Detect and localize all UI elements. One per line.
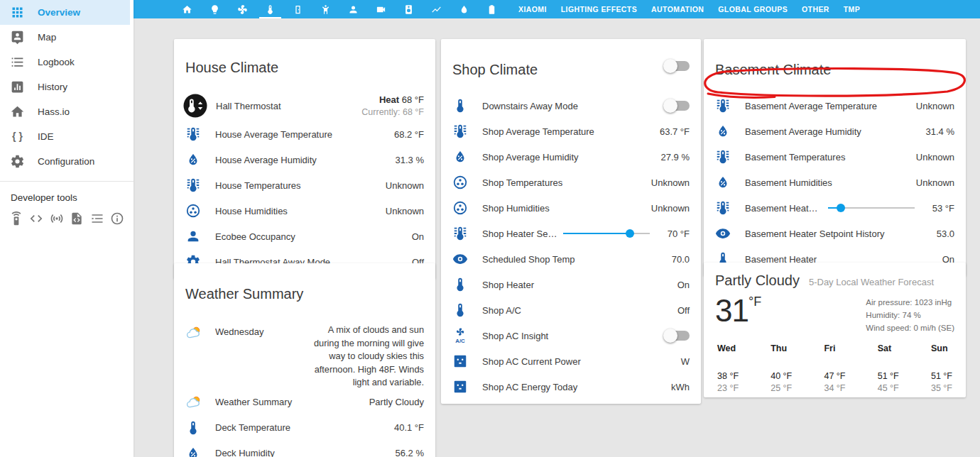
thermometer-icon — [452, 98, 468, 114]
entity-name: Shop Heater Setpoint — [482, 228, 557, 239]
entity-row[interactable]: A/CShop AC Insight — [441, 323, 701, 348]
sidebar-item-label: Overview — [38, 7, 80, 18]
topbar-tab-global-groups[interactable]: GLOBAL GROUPS — [711, 5, 795, 13]
sidebar-item-overview[interactable]: Overview — [0, 0, 130, 25]
topbar-tab-xiaomi[interactable]: XIAOMI — [511, 5, 554, 13]
shop-climate-group-toggle[interactable] — [665, 61, 690, 71]
states-icon[interactable] — [90, 211, 104, 226]
entity-state: 31.3 % — [396, 155, 424, 165]
water-percent-icon — [452, 149, 468, 165]
entity-state: 63.7 °F — [660, 126, 690, 137]
entity-row[interactable]: Basement Heater Setpoint53 °F — [704, 195, 966, 221]
entity-row[interactable]: Shop TemperaturesUnknown — [441, 170, 701, 195]
entity-row[interactable]: Shop Heater Setpoint70 °F — [441, 221, 701, 246]
topbar-tab-lightbulb[interactable] — [201, 0, 229, 18]
toggle-knob — [663, 329, 677, 343]
developer-tools-heading: Developer tools — [0, 182, 134, 211]
sidebar-item-hass-io[interactable]: Hass.io — [0, 99, 134, 124]
entity-row[interactable]: House HumiditiesUnknown — [174, 198, 435, 224]
topbar-tab-home[interactable] — [173, 0, 201, 18]
value-slider[interactable] — [828, 203, 915, 213]
forecast-condition-title: Partly Cloudy — [715, 272, 800, 289]
sidebar-item-ide[interactable]: { }IDE — [0, 124, 134, 149]
entity-name: Shop Heater — [482, 280, 672, 290]
entity-row[interactable]: House TemperaturesUnknown — [174, 172, 435, 198]
entity-row[interactable]: Basement TemperaturesUnknown — [704, 144, 966, 170]
entity-row[interactable]: Shop Average Humidity27.9 % — [441, 144, 701, 170]
account-icon — [348, 4, 359, 15]
water-drop-icon — [459, 4, 469, 15]
sidebar-item-logbook[interactable]: Logbook — [0, 50, 134, 75]
entity-row[interactable]: Downstairs Away Mode — [441, 93, 701, 119]
entity-row[interactable]: Deck Temperature40.1 °F — [174, 415, 435, 441]
entity-row[interactable]: Basement Average TemperatureUnknown — [704, 93, 966, 119]
topbar-tab-battery[interactable] — [478, 0, 506, 18]
entity-row[interactable]: Basement Heater Setpoint History53.0 — [704, 221, 966, 246]
topbar-tab-thermometer[interactable] — [256, 0, 284, 18]
topbar-tab-door[interactable] — [284, 0, 312, 18]
entity-row[interactable]: Deck Humidity56.2 % — [174, 441, 435, 457]
sidebar-item-configuration[interactable]: Configuration — [0, 149, 134, 174]
code-tags-icon[interactable] — [29, 211, 43, 226]
entity-state: Unknown — [386, 180, 424, 191]
entity-row[interactable]: Shop HumiditiesUnknown — [441, 195, 701, 221]
toggle-knob — [663, 99, 677, 113]
topbar-tab-fan[interactable] — [229, 0, 256, 18]
thermometer-lines-icon — [452, 226, 468, 241]
topbar-tab-water-drop[interactable] — [450, 0, 478, 18]
human-handsup-icon — [320, 4, 331, 15]
topbar-tab-account[interactable] — [339, 0, 367, 18]
topbar-tab-video[interactable] — [367, 0, 395, 18]
entity-row[interactable]: House Average Humidity31.3 % — [174, 147, 435, 172]
partly-cloudy-icon — [183, 394, 205, 410]
entity-row[interactable]: Hall ThermostatHeat 68 °FCurrently: 68 °… — [174, 90, 435, 121]
entity-row[interactable]: Ecobee OccupancyOn — [174, 224, 435, 249]
entity-row[interactable]: Shop AC Current PowerW — [441, 348, 701, 374]
slider-knob[interactable] — [837, 204, 845, 212]
topbar-tab-speaker[interactable] — [395, 0, 423, 18]
thermometer-lines-icon — [452, 123, 468, 139]
remote-icon[interactable] — [9, 211, 23, 226]
entity-row[interactable]: Scheduled Shop Temp70.0 — [441, 246, 701, 272]
forecast-day-column: Wed38 °F23 °F — [717, 343, 739, 393]
topbar-tab-human-handsup[interactable] — [312, 0, 339, 18]
entity-name: Shop AC Insight — [482, 331, 660, 341]
value-slider[interactable] — [563, 228, 650, 238]
forecast-low-temp: 23 °F — [717, 383, 739, 393]
entity-name: Downstairs Away Mode — [482, 101, 660, 111]
sidebar-item-history[interactable]: History — [0, 75, 134, 99]
topbar-tab-other[interactable]: OTHER — [795, 5, 837, 13]
entity-row[interactable]: House Average Temperature68.2 °F — [174, 121, 435, 147]
topbar-tab-chart-line[interactable] — [423, 0, 450, 18]
thermometer-lines-icon — [185, 177, 201, 193]
forecast-high-temp: 47 °F — [824, 371, 845, 381]
forecast-details: Air pressure: 1023 inHgHumidity: 74 %Win… — [866, 294, 954, 334]
access-point-icon[interactable] — [50, 211, 64, 226]
entity-state: 27.9 % — [661, 152, 690, 163]
chart-line-icon — [431, 4, 442, 15]
toggle-switch[interactable] — [665, 331, 690, 341]
topbar-tab-tmp[interactable]: TMP — [837, 5, 867, 13]
sidebar-item-map[interactable]: Map — [0, 25, 134, 50]
toggle-switch[interactable] — [665, 101, 690, 111]
forecast-low-temp: 25 °F — [771, 383, 792, 393]
entity-row[interactable]: Basement HumiditiesUnknown — [704, 170, 966, 195]
entity-row[interactable]: Basement Average Humidity31.4 % — [704, 119, 966, 144]
water-percent-icon — [715, 175, 731, 190]
entity-row[interactable]: Shop HeaterOn — [441, 272, 701, 297]
topbar-tab-automation[interactable]: AUTOMATION — [644, 5, 711, 13]
forecast-high-temp: 38 °F — [717, 371, 739, 381]
info-outline-icon[interactable] — [110, 211, 124, 226]
file-code-icon[interactable] — [70, 211, 84, 226]
entity-row[interactable]: Shop Average Temperature63.7 °F — [441, 119, 701, 144]
entity-row[interactable]: Weather SummaryPartly Cloudy — [174, 390, 435, 415]
topbar-tab-lighting-effects[interactable]: LIGHTING EFFECTS — [554, 5, 644, 13]
current-temperature: 31°F — [715, 294, 761, 334]
entity-name: Shop Average Humidity — [482, 152, 655, 163]
entity-name: Basement Humidities — [745, 177, 910, 188]
slider-knob[interactable] — [626, 229, 634, 238]
entity-row[interactable]: Shop A/COff — [441, 297, 701, 323]
entity-row[interactable]: Shop AC Energy TodaykWh — [441, 374, 701, 400]
entity-row[interactable]: WednesdayA mix of clouds and sun during … — [174, 317, 435, 390]
braces-icon: { } — [10, 129, 25, 144]
